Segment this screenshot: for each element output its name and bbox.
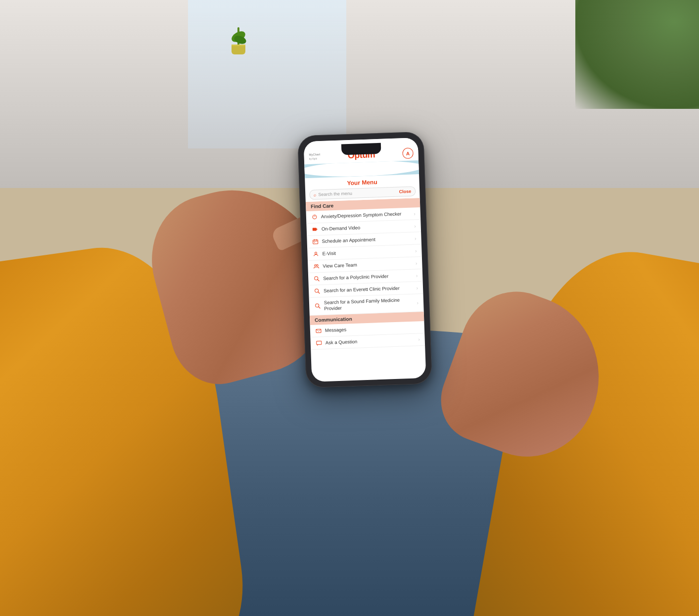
plant-decoration bbox=[230, 27, 246, 68]
avatar[interactable]: A bbox=[402, 147, 414, 159]
chevron-icon-4: › bbox=[415, 248, 417, 253]
chevron-icon-7: › bbox=[416, 285, 418, 290]
svg-point-10 bbox=[316, 265, 318, 267]
phone-body: MyChart by Epic Optum A Your Menu ⌕ Sear… bbox=[297, 132, 432, 388]
anxiety-item-text: Anxiety/Depression Symptom Checker bbox=[321, 210, 412, 220]
svg-point-7 bbox=[314, 242, 315, 243]
person-icon bbox=[312, 250, 319, 257]
svg-rect-18 bbox=[317, 341, 322, 344]
chevron-icon-8: › bbox=[417, 300, 419, 305]
menu-scroll-area[interactable]: Find Care Anxiety/Depression Symptom Che… bbox=[306, 198, 426, 382]
video-icon bbox=[312, 226, 319, 233]
calendar-icon bbox=[312, 238, 319, 245]
foliage-right bbox=[575, 0, 699, 109]
messages-item-text: Messages bbox=[325, 324, 419, 333]
search-placeholder: Search the menu bbox=[318, 190, 399, 197]
chevron-icon-2: › bbox=[414, 223, 416, 229]
care-team-item-text: View Care Team bbox=[323, 260, 414, 269]
svg-point-0 bbox=[313, 215, 317, 219]
svg-line-12 bbox=[318, 280, 320, 282]
chevron-icon: › bbox=[414, 211, 416, 216]
team-icon bbox=[313, 263, 320, 270]
question-icon bbox=[316, 339, 323, 346]
mail-icon bbox=[315, 327, 322, 334]
svg-marker-2 bbox=[317, 228, 318, 230]
svg-line-16 bbox=[319, 307, 321, 309]
search-provider-icon-3 bbox=[314, 302, 321, 309]
search-provider-icon-1 bbox=[313, 275, 320, 282]
sound-family-item-text: Search for a Sound Family Medicine Provi… bbox=[324, 297, 415, 312]
schedule-item-text: Schedule an Appointment bbox=[322, 235, 413, 244]
svg-rect-3 bbox=[313, 240, 318, 244]
evisit-item-text: E-Visit bbox=[322, 247, 413, 257]
chevron-icon-6: › bbox=[416, 273, 418, 278]
polyclinic-item-text: Search for a Polyclinic Provider bbox=[323, 272, 414, 282]
phone-notch bbox=[341, 143, 381, 155]
everett-item-text: Search for an Everett Clinic Provider bbox=[324, 284, 415, 294]
chevron-icon-3: › bbox=[415, 236, 417, 241]
search-icon: ⌕ bbox=[314, 192, 316, 197]
phone-screen: MyChart by Epic Optum A Your Menu ⌕ Sear… bbox=[304, 138, 426, 382]
brain-icon bbox=[311, 213, 318, 220]
video-item-text: On-Demand Video bbox=[322, 223, 413, 232]
ask-question-item-text: Ask a Question bbox=[326, 336, 417, 346]
chevron-icon-9: › bbox=[418, 336, 420, 342]
chevron-icon-5: › bbox=[416, 260, 418, 266]
mychart-epic-text: by Epic bbox=[309, 157, 321, 160]
svg-point-9 bbox=[314, 265, 316, 267]
mychart-my-text: MyChart bbox=[309, 153, 320, 157]
phone: MyChart by Epic Optum A Your Menu ⌕ Sear… bbox=[297, 132, 432, 388]
close-button[interactable]: Close bbox=[399, 189, 412, 194]
svg-point-8 bbox=[315, 252, 317, 254]
svg-line-14 bbox=[318, 292, 320, 294]
svg-rect-1 bbox=[313, 228, 317, 231]
window-light bbox=[188, 0, 346, 148]
search-provider-icon-2 bbox=[314, 287, 321, 294]
mychart-logo: MyChart by Epic bbox=[309, 153, 320, 160]
